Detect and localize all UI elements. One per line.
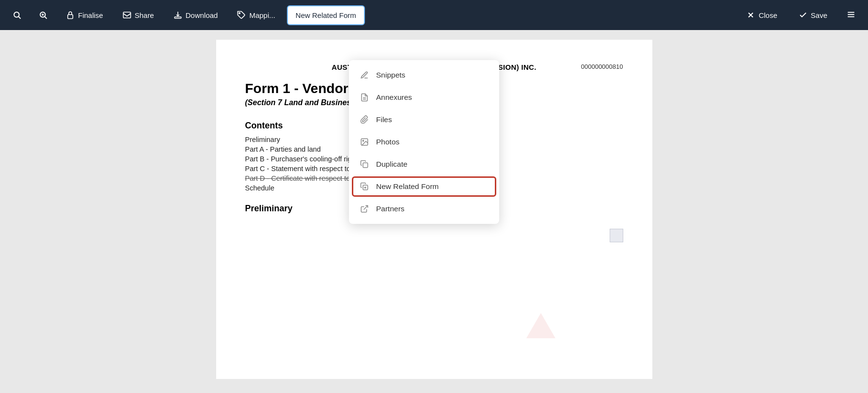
paperclip-icon bbox=[360, 115, 369, 125]
hamburger-icon bbox=[847, 10, 855, 19]
menu-item-snippets[interactable]: Snippets bbox=[349, 64, 499, 86]
edit-icon bbox=[360, 70, 369, 80]
svg-line-1 bbox=[18, 16, 20, 18]
menu-item-partners[interactable]: Partners bbox=[349, 198, 499, 220]
download-icon bbox=[174, 11, 182, 19]
photos-label: Photos bbox=[376, 138, 399, 146]
menu-button[interactable] bbox=[840, 5, 862, 25]
check-icon bbox=[799, 11, 807, 19]
files-label: Files bbox=[376, 115, 392, 124]
menu-item-new-related-form[interactable]: New Related Form bbox=[349, 175, 499, 198]
document-id: 000000000810 bbox=[581, 63, 623, 70]
menu-item-photos[interactable]: Photos bbox=[349, 131, 499, 153]
toolbar-right: Close Save bbox=[738, 5, 862, 25]
image-icon bbox=[360, 137, 369, 147]
svg-rect-8 bbox=[174, 17, 181, 18]
menu-item-files[interactable]: Files bbox=[349, 109, 499, 131]
mapping-button[interactable]: Mappi... bbox=[229, 6, 283, 24]
new-related-form-label: New Related Form bbox=[376, 182, 439, 191]
annexures-label: Annexures bbox=[376, 93, 412, 102]
close-button[interactable]: Close bbox=[738, 5, 786, 25]
share-label: Share bbox=[135, 11, 154, 19]
main-content: AUSTRALIAN INSTITUTE OF CONV... (IAN DIV… bbox=[0, 30, 868, 393]
share-button[interactable]: Share bbox=[115, 6, 162, 24]
dropdown-menu: Snippets Annexures Files P bbox=[349, 60, 499, 224]
tag-icon bbox=[237, 11, 246, 19]
duplicate-label: Duplicate bbox=[376, 160, 408, 169]
duplicate-icon bbox=[360, 159, 369, 169]
search-icon bbox=[13, 11, 21, 19]
file-icon bbox=[360, 93, 369, 102]
svg-marker-15 bbox=[526, 313, 555, 338]
menu-item-annexures[interactable]: Annexures bbox=[349, 86, 499, 109]
save-label: Save bbox=[811, 11, 827, 19]
snippets-label: Snippets bbox=[376, 71, 405, 79]
svg-point-19 bbox=[363, 140, 363, 141]
zoom-icon bbox=[39, 11, 47, 19]
save-button[interactable]: Save bbox=[790, 5, 836, 25]
close-icon bbox=[746, 11, 755, 19]
active-tab-label: New Related Form bbox=[296, 11, 356, 19]
toolbar: Finalise Share Download Mappi... New Rel… bbox=[0, 0, 868, 30]
zoom-button[interactable] bbox=[32, 6, 54, 24]
svg-line-3 bbox=[45, 16, 47, 18]
external-link-icon bbox=[360, 204, 369, 214]
triangle-decoration bbox=[526, 313, 555, 340]
finalise-button[interactable]: Finalise bbox=[58, 6, 111, 24]
mapping-label: Mappi... bbox=[249, 11, 275, 19]
checkbox-placeholder[interactable] bbox=[610, 229, 623, 242]
download-label: Download bbox=[186, 11, 218, 19]
svg-rect-6 bbox=[68, 15, 73, 18]
svg-point-0 bbox=[14, 12, 19, 17]
active-tab-button[interactable]: New Related Form bbox=[287, 5, 365, 25]
svg-point-9 bbox=[239, 13, 240, 14]
finalise-label: Finalise bbox=[78, 11, 103, 19]
download-button[interactable]: Download bbox=[166, 6, 226, 24]
svg-rect-7 bbox=[123, 12, 130, 18]
close-label: Close bbox=[758, 11, 777, 19]
search-button[interactable] bbox=[6, 6, 28, 24]
partners-label: Partners bbox=[376, 204, 405, 213]
menu-item-duplicate[interactable]: Duplicate bbox=[349, 153, 499, 175]
lock-icon bbox=[66, 11, 75, 19]
share-icon bbox=[123, 11, 131, 19]
new-related-form-icon bbox=[360, 182, 369, 191]
